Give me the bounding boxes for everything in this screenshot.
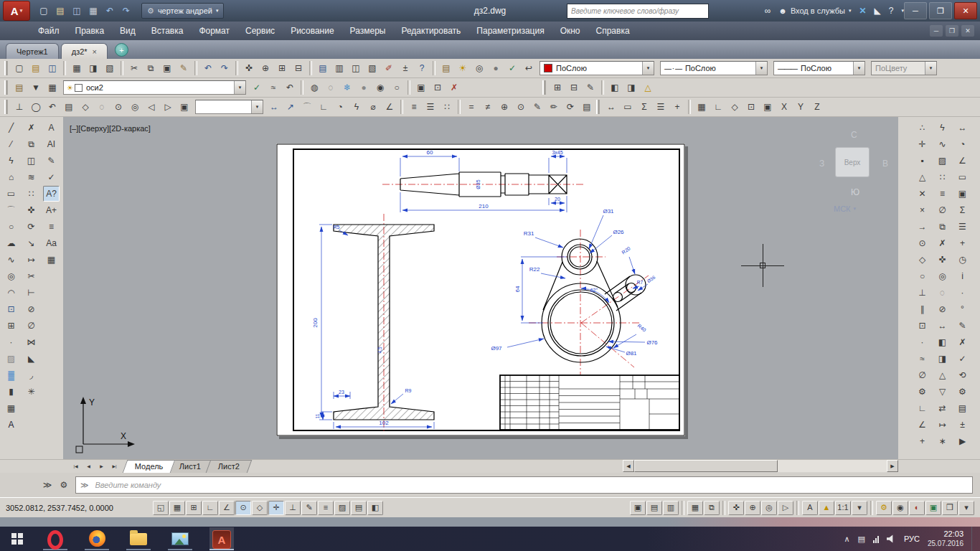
otrack-toggle[interactable]: ✛: [268, 501, 284, 515]
markup-manager-icon[interactable]: ✐: [381, 60, 397, 76]
break-at-point-icon[interactable]: ⊘: [23, 301, 39, 317]
dim-jogged-icon[interactable]: ϟ: [349, 99, 364, 115]
make-layer-current-icon[interactable]: ✓: [504, 60, 520, 76]
taskbar-autocad[interactable]: A: [209, 527, 234, 550]
ducs-toggle[interactable]: ⊥: [285, 501, 301, 515]
infer-constraints-toggle[interactable]: ◱: [153, 501, 169, 515]
snap-center-icon[interactable]: ⊙: [914, 235, 930, 251]
offset-icon[interactable]: ≋: [23, 169, 39, 185]
hide-objects-icon[interactable]: ◌: [934, 285, 951, 301]
3dosnap-toggle[interactable]: ◇: [252, 501, 268, 515]
toolpalettes-icon[interactable]: ◫: [348, 60, 364, 76]
doc-minimize-button[interactable]: ─: [930, 25, 943, 37]
status-icon[interactable]: i: [954, 268, 971, 284]
group-icon[interactable]: ⊞: [550, 80, 565, 95]
show-desktop-button[interactable]: [971, 527, 977, 551]
annotation-monitor-icon[interactable]: △: [640, 80, 656, 95]
snap-none-icon[interactable]: ∅: [914, 367, 930, 383]
dim-style-icon[interactable]: ▤: [579, 99, 595, 115]
units-icon[interactable]: °: [954, 301, 971, 317]
recent-commands-icon[interactable]: ≫: [39, 478, 55, 492]
orbit-icon[interactable]: ◎: [127, 99, 143, 115]
layer-isolate-icon[interactable]: ◎: [471, 60, 487, 76]
table-cell-style-icon[interactable]: ▦: [43, 252, 60, 268]
delete-duplicate-icon[interactable]: ✗: [934, 235, 951, 251]
draworder-above-icon[interactable]: △: [934, 367, 951, 383]
save-icon[interactable]: ◫: [44, 60, 60, 76]
taskbar-explorer[interactable]: [126, 527, 151, 550]
undo-icon[interactable]: ↶: [102, 3, 118, 19]
pan-icon[interactable]: ✜: [241, 60, 257, 76]
temporary-track-point-icon[interactable]: ∴: [914, 120, 930, 136]
sheetset-manager-icon[interactable]: ▧: [364, 60, 380, 76]
layer-unisolate-icon[interactable]: ◌: [323, 80, 339, 95]
edit-text-icon[interactable]: ✎: [43, 153, 60, 169]
osnap-settings-icon[interactable]: ⚙: [914, 384, 930, 400]
mass-props-icon[interactable]: Σ: [636, 99, 652, 115]
layer-lock-icon[interactable]: ◉: [372, 80, 388, 95]
isolate-icon[interactable]: ◎: [934, 268, 951, 284]
radius2-icon[interactable]: ◔: [954, 136, 971, 152]
doc-close-button[interactable]: ✕: [961, 25, 974, 37]
layer-filter-icon[interactable]: ▼: [28, 80, 44, 95]
plot-preview-icon[interactable]: ◨: [85, 60, 101, 76]
taskbar-opera[interactable]: [43, 527, 67, 550]
options-icon[interactable]: ⚙: [954, 384, 971, 400]
dim-aligned-icon[interactable]: ↗: [283, 99, 298, 115]
locate-point-icon[interactable]: +: [669, 99, 685, 115]
zoom-object-icon[interactable]: ⊙: [110, 99, 126, 115]
layer-match-icon[interactable]: ≈: [265, 80, 281, 95]
menu-item-5[interactable]: Сервис: [237, 22, 283, 40]
model-space-icon[interactable]: ▣: [630, 501, 646, 515]
linetype-combo[interactable]: — · —ПоСлою▼: [660, 61, 768, 75]
qnew-icon[interactable]: ▢: [36, 3, 52, 19]
dim-quick-icon[interactable]: ≡: [406, 99, 422, 115]
taskbar-clock[interactable]: 22:0325.07.2016: [928, 529, 963, 547]
extend-icon[interactable]: ⊢: [23, 285, 39, 301]
ucs-previous-icon[interactable]: ↶: [44, 99, 60, 115]
zoom-realtime-icon[interactable]: ⊕: [258, 60, 273, 76]
change-space-icon[interactable]: ⇄: [934, 400, 951, 416]
spline-edit-icon[interactable]: ∿: [934, 136, 951, 152]
draworder-front-icon[interactable]: ◧: [607, 80, 623, 95]
id-point-icon[interactable]: +: [954, 235, 971, 251]
rotate-icon[interactable]: ⟳: [23, 219, 39, 235]
lengthen-icon[interactable]: ↦: [934, 417, 951, 433]
menu-item-2[interactable]: Вид: [112, 22, 143, 40]
viewcube-ucs-menu[interactable]: МСК▾: [834, 204, 856, 213]
snap-perpendicular-icon[interactable]: ⊥: [914, 285, 930, 301]
layer-walk-icon[interactable]: ▣: [413, 80, 429, 95]
viewcube-north[interactable]: С: [851, 130, 857, 140]
ucs-face-icon[interactable]: ◇: [727, 99, 743, 115]
properties-icon[interactable]: ▤: [315, 60, 331, 76]
trim-icon[interactable]: ✂: [23, 268, 39, 284]
camera-icon[interactable]: ▣: [176, 99, 192, 115]
help-icon[interactable]: ?: [889, 6, 894, 16]
hatch-icon[interactable]: ▨: [3, 351, 19, 367]
circle-icon[interactable]: ○: [3, 219, 19, 235]
area-icon[interactable]: ▭: [620, 99, 636, 115]
tab-layout2[interactable]: Лист2: [205, 460, 252, 473]
view-back-icon[interactable]: ◁: [143, 99, 159, 115]
osnap-toggle[interactable]: ⊙: [235, 501, 251, 515]
dim-arc-length-icon[interactable]: ⌒: [299, 99, 315, 115]
dim-space-icon[interactable]: =: [463, 99, 479, 115]
dim-angular-icon[interactable]: ∠: [382, 99, 397, 115]
mtext2-icon[interactable]: A: [43, 120, 60, 136]
stretch-icon[interactable]: ↦: [23, 252, 39, 268]
named-ucs-icon[interactable]: ▦: [694, 99, 710, 115]
network-icon[interactable]: [873, 535, 879, 543]
workspace-switch-icon[interactable]: ⚙: [876, 501, 892, 515]
break-icon[interactable]: ∅: [23, 318, 39, 334]
list2-icon[interactable]: ☰: [954, 219, 971, 235]
ungroup-icon[interactable]: ⊟: [566, 80, 582, 95]
arc-icon[interactable]: ⌒: [3, 202, 19, 218]
move-icon[interactable]: ✜: [23, 202, 39, 218]
align-icon[interactable]: ≡: [934, 186, 951, 202]
menu-item-11[interactable]: Справка: [588, 22, 638, 40]
make-block-icon[interactable]: ⊞: [3, 318, 19, 334]
ellipse-arc-icon[interactable]: ◠: [3, 285, 19, 301]
tray-device-icon[interactable]: ▤: [858, 534, 865, 544]
next-tab-icon[interactable]: ▶: [95, 461, 108, 472]
toolbar-grip[interactable]: [4, 80, 8, 95]
